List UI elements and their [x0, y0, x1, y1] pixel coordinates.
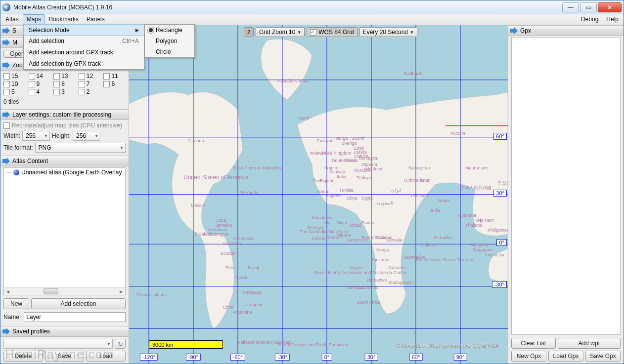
svg-text:Paraguay: Paraguay [243, 290, 262, 295]
submenu-polygon[interactable]: Polygon [145, 36, 194, 46]
zoom-checkbox-4[interactable] [29, 89, 35, 95]
svg-text:Türkmenistan: Türkmenistan [403, 178, 430, 183]
svg-text:Norge: Norge [336, 136, 348, 141]
zoom-checkbox-13[interactable] [53, 73, 60, 80]
saved-profiles-header[interactable]: Saved profiles [0, 326, 129, 337]
recreate-checkbox[interactable] [3, 122, 10, 129]
zoom-checkbox-8[interactable] [53, 81, 60, 87]
load-profile-button[interactable]: Load [86, 351, 126, 362]
svg-text:Madagascar: Madagascar [389, 280, 413, 285]
atlas-root-item[interactable]: ⋯ Unnamed atlas (Google Earth Overlay [4, 168, 125, 177]
tileformat-label: Tile format: [3, 144, 33, 151]
add-wpt-button[interactable]: Add wpt [558, 338, 621, 349]
svg-text:Pakistan: Pakistan [411, 193, 428, 198]
save-profile-button[interactable]: Save [45, 351, 85, 362]
svg-text:Sri Lanka: Sri Lanka [433, 235, 452, 240]
zoom-label: 11 [111, 73, 118, 80]
titlebar[interactable]: Mobile Atlas Creator (MOBAC) 1.9.16 — ▭ … [0, 0, 624, 14]
scroll-thumb[interactable] [44, 288, 58, 294]
width-combo[interactable]: 256▼ [22, 131, 50, 141]
arrow-icon [2, 158, 10, 164]
zoom-checkbox-15[interactable] [3, 73, 10, 80]
scroll-left-icon[interactable]: ◂ [4, 288, 12, 295]
width-label: Width: [3, 132, 20, 139]
map-view[interactable]: Canada United States of America México C… [129, 25, 508, 364]
scroll-right-icon[interactable]: ▸ [117, 288, 125, 295]
name-input[interactable] [24, 312, 126, 322]
zoom-label: 14 [37, 73, 43, 80]
new-button[interactable]: New [3, 298, 29, 309]
zoom-checkbox-7[interactable] [79, 81, 85, 87]
height-combo[interactable]: 256▼ [73, 131, 100, 141]
zoom-label: 8 [61, 81, 65, 87]
submenu-rectangle[interactable]: Rectangle [145, 25, 194, 36]
grid-zoom-combo[interactable]: Grid Zoom 10▼ [256, 27, 305, 37]
zoom-checkbox-2[interactable] [79, 89, 85, 95]
svg-text:Mauritanie: Mauritanie [312, 215, 333, 220]
selection-mode-submenu[interactable]: Rectangle Polygon Circle [144, 24, 195, 58]
svg-text:Россия: Россия [450, 131, 465, 136]
zoom-label: 6 [111, 81, 115, 87]
menu-selection-mode[interactable]: Selection Mode ▶ [23, 24, 144, 36]
gpx-header[interactable]: Gpx [508, 25, 624, 36]
svg-text:Schweiz: Schweiz [329, 169, 346, 174]
svg-text:Uruguay: Uruguay [245, 302, 262, 307]
zoom-checkbox-5[interactable] [3, 89, 10, 95]
svg-text:Algérie: Algérie [327, 193, 341, 198]
svg-text:Brasil: Brasil [248, 265, 259, 270]
zoom-label: 5 [11, 88, 15, 95]
svg-text:Colombia: Colombia [223, 241, 242, 246]
lon-label: -30° [275, 354, 290, 361]
delete-profile-button[interactable]: Delete [3, 351, 43, 362]
svg-text:México: México [191, 203, 205, 208]
layer-settings-header[interactable]: Layer settings: custom tile processing [0, 109, 129, 120]
zoom-checkbox-6[interactable] [103, 81, 110, 87]
recreate-label: Recreate/adjust map tiles (CPU intensive… [12, 122, 122, 129]
zoom-label: 10 [11, 81, 18, 87]
menu-add-selection[interactable]: Add selection Ctrl+A [24, 35, 144, 46]
save-gpx-button[interactable]: Save Gpx [585, 351, 621, 362]
close-button[interactable]: ✕ [598, 2, 622, 12]
width-value: 256 [26, 132, 36, 139]
svg-text:Botswana: Botswana [359, 285, 379, 290]
load-gpx-button[interactable]: Load Gpx [548, 351, 583, 362]
arrow-icon [2, 328, 10, 334]
svg-text:Беларусь: Беларусь [359, 156, 379, 161]
menu-help[interactable]: Help [602, 14, 623, 25]
lat-label: 0° [496, 239, 507, 246]
lon-label: -60° [230, 354, 245, 361]
svg-text:السعودية: السعودية [376, 201, 394, 206]
zoom-checkbox-14[interactable] [29, 73, 35, 80]
submenu-circle[interactable]: Circle [145, 46, 194, 57]
menu-bookmarks[interactable]: Bookmarks [45, 14, 83, 25]
svg-text:Ecuador: Ecuador [221, 251, 237, 256]
menu-atlas[interactable]: Atlas [1, 14, 23, 25]
atlas-hscrollbar[interactable]: ◂ ▸ [4, 287, 125, 295]
new-gpx-button[interactable]: New Gpx [511, 351, 546, 362]
clear-list-button[interactable]: Clear List [511, 338, 556, 349]
menu-maps[interactable]: Maps [23, 14, 45, 25]
zoom-checkbox-9[interactable] [29, 81, 35, 87]
menu-debug[interactable]: Debug [577, 14, 602, 25]
menu-add-selection-around-gpx[interactable]: Add selection around GPX track [24, 46, 144, 58]
atlas-tree[interactable]: ⋯ Unnamed atlas (Google Earth Overlay ◂ … [3, 167, 126, 295]
menu-add-selection-by-gpx[interactable]: Add selection by GPX track [24, 58, 144, 69]
zoom-checkbox-3[interactable] [53, 89, 60, 95]
gpx-list[interactable] [511, 37, 621, 335]
profile-combo[interactable]: ▼ [3, 339, 113, 349]
reload-profiles-button[interactable]: ↻ [115, 339, 126, 349]
gpx-header-label: Gpx [520, 27, 531, 34]
svg-text:Comores: Comores [389, 265, 407, 270]
zoom-checkbox-12[interactable] [79, 73, 85, 80]
wgs84-grid-checkbox[interactable]: WGS 84 Grid [307, 27, 357, 37]
add-selection-button[interactable]: Add selection [31, 298, 126, 309]
menu-panels[interactable]: Panels [83, 14, 109, 25]
grid-interval-combo[interactable]: Every 20 Second▼ [359, 27, 417, 37]
tileformat-combo[interactable]: PNG▼ [35, 143, 126, 153]
minimize-button[interactable]: — [562, 2, 579, 12]
zoom-checkbox-10[interactable] [3, 81, 10, 87]
zoom-checkbox-11[interactable] [103, 73, 110, 80]
atlas-content-header[interactable]: Atlas Content [0, 156, 129, 166]
maximize-button[interactable]: ▭ [580, 2, 597, 12]
maps-dropdown[interactable]: Selection Mode ▶ Add selection Ctrl+A Ad… [23, 24, 144, 70]
